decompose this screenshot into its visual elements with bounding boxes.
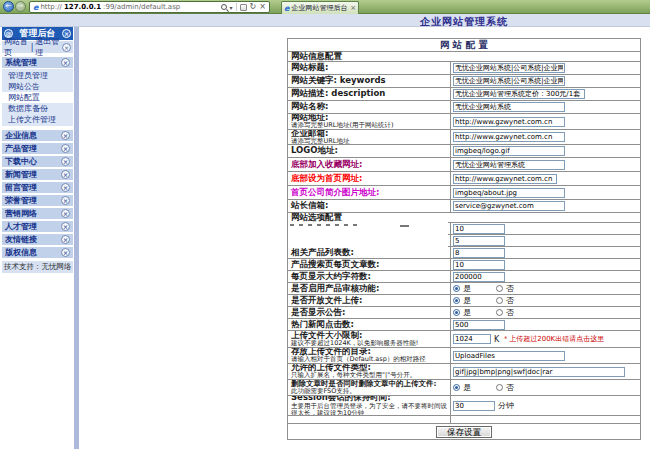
- homepage-url-input[interactable]: [453, 174, 557, 184]
- address-bar[interactable]: e http://127.0.0.1:99/admin/default.asp …: [29, 1, 270, 13]
- field-label: 站长信箱:: [288, 200, 451, 212]
- collapse-icon[interactable]: ×: [61, 170, 70, 179]
- site-url-input[interactable]: [453, 117, 565, 127]
- product-audit-yes-radio[interactable]: [453, 285, 460, 292]
- collapse-icon[interactable]: ×: [61, 248, 70, 257]
- sidebar-item-upload-manage[interactable]: 上传文件管理: [2, 114, 73, 125]
- collapse-icon[interactable]: ×: [61, 131, 70, 140]
- sidebar-item-site-notice[interactable]: 网站公告: [2, 81, 73, 92]
- option2-input[interactable]: [453, 236, 505, 246]
- field-label: 底部加入收藏网址:: [288, 158, 451, 171]
- sidebar-item-admin-manage[interactable]: 管理员管理: [2, 70, 73, 81]
- form-row-page-chars: 每页显示大约字符数:: [288, 271, 640, 283]
- site-name-input[interactable]: [453, 102, 565, 112]
- form-row-site-url: 网站地址:请添写完整URL地址(用于网站统计): [288, 114, 640, 130]
- collapse-icon[interactable]: ×: [62, 43, 71, 52]
- description-input[interactable]: [453, 89, 585, 99]
- form-row-upload-size: 上传文件大小限制:建议不要超过1024K，以免影响服务器性能! K＊上传超过20…: [288, 331, 640, 348]
- delete-files-yes-radio[interactable]: [453, 384, 460, 391]
- browser-back-button[interactable]: ←: [3, 1, 14, 12]
- sidebar-item-site-config[interactable]: 网站配置: [2, 92, 73, 103]
- sidebar-section-guestbook[interactable]: 留言管理×: [2, 182, 73, 193]
- webmaster-email-input[interactable]: [453, 201, 565, 211]
- form-row-product-search: 产品搜索页每页文章数:: [288, 259, 640, 271]
- save-button[interactable]: 保存设置: [436, 426, 492, 438]
- upload-types-input[interactable]: [453, 367, 625, 377]
- sidebar-section-news[interactable]: 新闻管理×: [2, 169, 73, 180]
- session-time-input[interactable]: [453, 401, 495, 411]
- tab-favicon-icon: e: [284, 4, 289, 13]
- file-upload-no-radio[interactable]: [496, 297, 503, 304]
- collapse-icon[interactable]: ×: [61, 183, 70, 192]
- sidebar: @ 管理后台 × 网站首页 | 退出管理 × 系统管理 × 管理员管理 网站公告…: [2, 27, 73, 273]
- sidebar-section-system[interactable]: 系统管理 ×: [2, 57, 73, 68]
- field-label: 底部设为首页网址:: [288, 172, 451, 185]
- collapse-icon[interactable]: ×: [61, 222, 70, 231]
- show-notice-no-radio[interactable]: [496, 309, 503, 316]
- collapse-icon[interactable]: ×: [61, 209, 70, 218]
- search-icon[interactable]: [221, 4, 227, 10]
- logout-link[interactable]: 退出管理: [35, 36, 60, 58]
- keywords-input[interactable]: [453, 76, 565, 86]
- browser-forward-button[interactable]: →: [15, 1, 26, 12]
- form-row-file-upload: 是否开放文件上传: 是否: [288, 295, 640, 307]
- collapse-all-icon[interactable]: ×: [62, 29, 71, 38]
- field-label: 每页显示大约字符数:: [288, 271, 451, 282]
- chevron-down-icon[interactable]: ▾: [230, 4, 233, 11]
- compatibility-view-icon[interactable]: [240, 4, 247, 11]
- sidebar-section-company[interactable]: 企业信息×: [2, 130, 73, 141]
- upload-dir-input[interactable]: [453, 351, 565, 361]
- tab-close-icon[interactable]: ×: [350, 4, 356, 12]
- delete-files-no-radio[interactable]: [496, 384, 503, 391]
- sidebar-section-marketing[interactable]: 营销网络×: [2, 208, 73, 219]
- stop-icon[interactable]: ×: [259, 3, 266, 11]
- site-title-input[interactable]: [453, 63, 565, 73]
- sidebar-section-links[interactable]: 友情链接×: [2, 234, 73, 245]
- upload-size-input[interactable]: [453, 334, 491, 344]
- page-header: 企业网站管理系统: [0, 14, 650, 27]
- sidebar-section-copyright[interactable]: 版权信息×: [2, 247, 73, 258]
- sidebar-section-hr[interactable]: 人才管理×: [2, 221, 73, 232]
- company-email-input[interactable]: [453, 132, 565, 142]
- field-label: 允许的上传文件类型:只输入扩展名，每种文件类型用"|"号分开。: [288, 364, 451, 379]
- field-label: LOGO地址:: [288, 145, 451, 157]
- form-row-empty: [288, 416, 640, 424]
- upload-size-warning-link[interactable]: ＊上传超过200K出错请点击这里: [502, 334, 604, 344]
- show-notice-yes-radio[interactable]: [453, 309, 460, 316]
- field-label: 首页公司简介图片地址:: [288, 186, 451, 199]
- refresh-icon[interactable]: ↻: [250, 3, 257, 11]
- browser-tab[interactable]: e 企业网站管理后台 ×: [281, 1, 359, 14]
- section-header-options: 网站选项配置: [288, 213, 640, 222]
- form-row-upload-dir: 存放上传文件的目录:请输入相对于首页（Default.asp）的相对路径: [288, 348, 640, 364]
- collapse-icon[interactable]: ×: [61, 144, 70, 153]
- sidebar-section-downloads[interactable]: 下载中心×: [2, 156, 73, 167]
- radio-label: 否: [506, 307, 514, 318]
- collapse-icon[interactable]: ×: [61, 235, 70, 244]
- sidebar-section-products[interactable]: 产品管理×: [2, 143, 73, 154]
- collapse-icon[interactable]: ×: [61, 58, 70, 67]
- hot-clicks-input[interactable]: [453, 320, 505, 330]
- field-label: 企业邮箱:请添写完整URL地址: [288, 130, 451, 144]
- sidebar-section-honors[interactable]: 荣誉管理×: [2, 195, 73, 206]
- option1-input[interactable]: [453, 224, 505, 234]
- field-label: 是否开放文件上传:: [288, 295, 451, 306]
- about-image-input[interactable]: [453, 188, 565, 198]
- radio-label: 是: [463, 283, 471, 294]
- home-link[interactable]: 网站首页: [4, 36, 29, 58]
- unit-label: K: [494, 335, 499, 344]
- collapse-icon[interactable]: ×: [61, 157, 70, 166]
- related-products-input[interactable]: [453, 248, 505, 258]
- page-chars-input[interactable]: [453, 272, 505, 282]
- logo-url-input[interactable]: [453, 146, 565, 156]
- favorite-url-input[interactable]: [453, 160, 565, 170]
- field-label: 相关产品列表数:: [288, 247, 451, 258]
- product-audit-no-radio[interactable]: [496, 285, 503, 292]
- field-label: 上传文件大小限制:建议不要超过1024K，以免影响服务器性能!: [288, 331, 451, 347]
- sidebar-item-db-backup[interactable]: 数据库备份: [2, 103, 73, 114]
- collapse-icon[interactable]: ×: [61, 196, 70, 205]
- file-upload-yes-radio[interactable]: [453, 297, 460, 304]
- field-label: 是否显示公告:: [288, 307, 451, 318]
- divider: [236, 3, 237, 11]
- field-label: 存放上传文件的目录:请输入相对于首页（Default.asp）的相对路径: [288, 348, 451, 363]
- product-search-input[interactable]: [453, 260, 505, 270]
